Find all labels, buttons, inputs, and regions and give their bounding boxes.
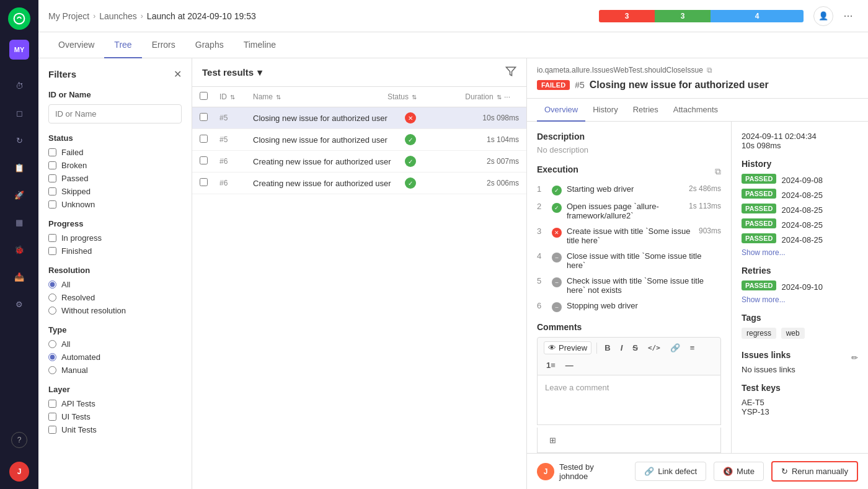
table-icon-button[interactable]: ⊞ (544, 431, 561, 449)
row-status-3: ✓ (405, 156, 461, 167)
bug-nav-icon[interactable]: 🐞 (8, 238, 30, 261)
type-automated-option[interactable]: Automated (48, 352, 182, 362)
italic-button[interactable]: I (618, 342, 626, 354)
results-filter-button[interactable] (505, 66, 516, 79)
resolution-all-radio[interactable] (48, 280, 56, 289)
table-row[interactable]: #6 Creating new issue for authorized use… (192, 173, 526, 194)
type-all-radio[interactable] (48, 340, 56, 348)
rocket-nav-icon[interactable]: 🚀 (8, 184, 30, 206)
tab-overview[interactable]: Overview (48, 32, 104, 58)
hr-button[interactable]: — (563, 359, 576, 371)
retries-show-more[interactable]: Show more... (742, 295, 858, 304)
code-button[interactable]: </> (645, 343, 663, 353)
detail-tab-history[interactable]: History (585, 99, 625, 122)
copy-path-button[interactable]: ⧉ (707, 66, 712, 74)
row-duration-1: 10s 098ms (463, 114, 519, 122)
filters-close-button[interactable]: ✕ (174, 68, 182, 80)
progress-finished-checkbox[interactable] (48, 247, 56, 255)
status-broken-checkbox[interactable] (48, 161, 56, 169)
select-all-checkbox[interactable] (200, 92, 208, 100)
table-row[interactable]: #5 Closing new issue for authorized user… (192, 129, 526, 151)
detail-tab-attachments[interactable]: Attachments (666, 99, 725, 122)
comments-textarea-area[interactable]: Leave a comment (537, 375, 721, 425)
type-all-option[interactable]: All (48, 339, 182, 349)
layer-ui-option[interactable]: UI Tests (48, 412, 182, 421)
resolution-resolved-option[interactable]: Resolved (48, 293, 182, 302)
progress-inprogress-checkbox[interactable] (48, 234, 56, 242)
progress-inprogress-option[interactable]: In progress (48, 233, 182, 243)
tab-errors[interactable]: Errors (142, 32, 185, 58)
status-unknown-option[interactable]: Unknown (48, 200, 182, 209)
table-row[interactable]: #5 Closing new issue for authorized user… (192, 107, 526, 129)
filter-id-input[interactable] (48, 104, 182, 123)
status-failed-checkbox[interactable] (48, 148, 56, 156)
settings-nav-icon[interactable]: ⚙ (8, 293, 30, 315)
tab-tree[interactable]: Tree (104, 32, 141, 58)
link-defect-button[interactable]: 🔗 Link defect (635, 462, 706, 481)
status-passed-option[interactable]: Passed (48, 174, 182, 183)
tag-2[interactable]: web (781, 328, 805, 339)
user-settings-button[interactable]: 👤 (813, 6, 833, 26)
breadcrumb-launches[interactable]: Launches (99, 11, 137, 21)
status-failed-icon: ✕ (405, 112, 416, 123)
tab-graphs[interactable]: Graphs (185, 32, 234, 58)
layer-api-option[interactable]: API Tests (48, 399, 182, 408)
bullet-list-button[interactable]: ≡ (688, 342, 698, 354)
row-checkbox-2[interactable] (200, 135, 208, 143)
progress-finished-option[interactable]: Finished (48, 246, 182, 256)
row-checkbox-4[interactable] (200, 178, 208, 186)
resolution-without-radio[interactable] (48, 307, 56, 315)
duration-value: 10s 098ms (742, 141, 858, 150)
strikethrough-button[interactable]: S (630, 342, 640, 354)
type-automated-radio[interactable] (48, 353, 56, 361)
clipboard-nav-icon[interactable]: 📋 (8, 156, 30, 179)
detail-tab-overview[interactable]: Overview (537, 99, 585, 122)
tab-timeline[interactable]: Timeline (234, 32, 286, 58)
breadcrumb-project[interactable]: My Project (48, 11, 89, 21)
layer-unit-checkbox[interactable] (48, 426, 56, 434)
resolution-all-option[interactable]: All (48, 280, 182, 289)
my-avatar[interactable]: MY (9, 40, 29, 60)
status-passed-icon: ✓ (405, 177, 416, 189)
comments-preview-tab[interactable]: 👁 Preview (544, 341, 591, 354)
refresh-nav-icon[interactable]: ↻ (8, 129, 30, 151)
type-manual-option[interactable]: Manual (48, 366, 182, 375)
layer-unit-option[interactable]: Unit Tests (48, 425, 182, 434)
mute-button[interactable]: 🔇 Mute (714, 462, 764, 481)
table-row[interactable]: #6 Creating new issue for authorized use… (192, 151, 526, 173)
rerun-manually-button[interactable]: ↻ Rerun manually (771, 461, 858, 482)
inbox-nav-icon[interactable]: 📥 (8, 266, 30, 288)
code-nav-icon[interactable]: ◻ (8, 102, 30, 124)
main-content: My Project › Launches › Launch at 2024-0… (38, 0, 868, 489)
link-button[interactable]: 🔗 (668, 342, 683, 354)
bold-button[interactable]: B (602, 342, 613, 354)
execution-copy-button[interactable]: ⧉ (715, 166, 721, 177)
ordered-list-button[interactable]: 1≡ (544, 359, 558, 371)
detail-tab-retries[interactable]: Retries (626, 99, 666, 122)
row-id-4: #6 (219, 179, 250, 187)
history-label: History (742, 159, 858, 169)
more-options-button[interactable]: ··· (838, 6, 858, 26)
issues-links-edit-button[interactable]: ✏ (851, 353, 858, 362)
status-skipped-option[interactable]: Skipped (48, 187, 182, 196)
resolution-without-option[interactable]: Without resolution (48, 306, 182, 315)
dashboard-nav-icon[interactable]: ⏱ (8, 74, 30, 97)
row-checkbox-3[interactable] (200, 156, 208, 164)
history-show-more[interactable]: Show more... (742, 248, 858, 257)
chart-nav-icon[interactable]: ▦ (8, 211, 30, 233)
tag-1[interactable]: regress (742, 328, 776, 339)
status-passed-checkbox[interactable] (48, 174, 56, 182)
help-nav-icon[interactable]: ? (11, 432, 27, 448)
resolution-resolved-radio[interactable] (48, 294, 56, 302)
status-failed-option[interactable]: Failed (48, 148, 182, 157)
results-title[interactable]: Test results ▾ (202, 67, 262, 78)
status-broken-option[interactable]: Broken (48, 161, 182, 170)
app-logo[interactable] (8, 7, 30, 30)
type-manual-radio[interactable] (48, 366, 56, 374)
user-avatar[interactable]: J (9, 462, 29, 482)
row-checkbox-1[interactable] (200, 113, 208, 121)
layer-ui-checkbox[interactable] (48, 413, 56, 421)
layer-api-checkbox[interactable] (48, 400, 56, 408)
status-skipped-checkbox[interactable] (48, 187, 56, 195)
status-unknown-checkbox[interactable] (48, 200, 56, 209)
